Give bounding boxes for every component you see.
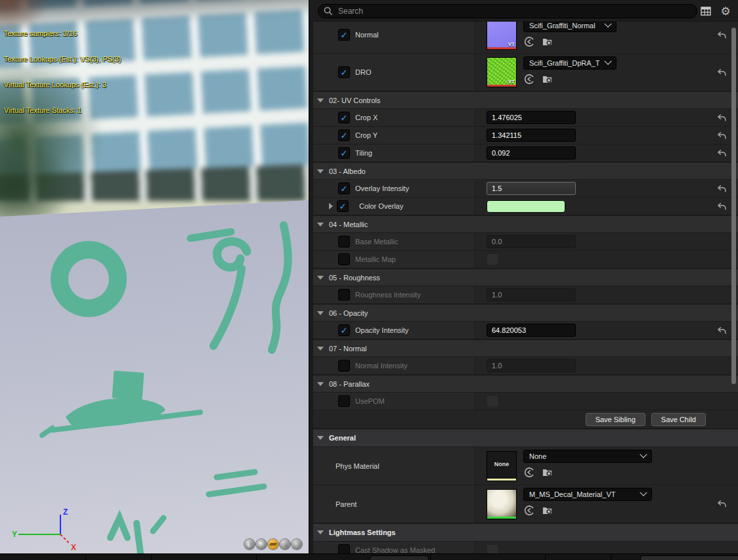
param-checkbox[interactable]: ✓ (338, 129, 350, 141)
use-selected-asset-button[interactable] (523, 466, 535, 478)
opacity-intensity-value-field[interactable]: 64.820053 (487, 324, 576, 337)
bottom-strip (0, 553, 738, 560)
usepom-value-checkbox[interactable] (487, 395, 498, 407)
section-06-opacity[interactable]: 06 - Opacity (309, 304, 738, 322)
section-07-normal[interactable]: 07 - Normal (309, 339, 738, 357)
asset-dropdown[interactable]: Scifi_Graffiti_Normal (523, 22, 617, 32)
browse-to-asset-button[interactable] (541, 35, 553, 47)
parent-asset-thumbnail[interactable] (487, 489, 517, 519)
reset-to-default-icon (717, 184, 727, 193)
graffiti-decal (0, 213, 309, 553)
preview-mesh-buttons (244, 539, 302, 549)
reset-button[interactable] (715, 29, 728, 41)
param-checkbox[interactable]: ✓ (338, 183, 350, 194)
overlay-intensity-value-field[interactable]: 1.5 (487, 182, 576, 195)
use-selected-asset-button[interactable] (523, 504, 535, 516)
param-checkbox[interactable]: ✓ (338, 29, 350, 41)
collapse-triangle-icon (317, 169, 324, 173)
reset-button[interactable] (715, 129, 728, 141)
browse-to-asset-icon (542, 36, 553, 47)
search-box[interactable] (318, 4, 697, 18)
param-checkbox[interactable] (338, 360, 350, 372)
row-color-overlay: ✓ Color Overlay (309, 198, 738, 215)
axis-gizmo: Z Y X (7, 507, 85, 551)
axis-z-label: Z (63, 507, 68, 517)
param-checkbox[interactable] (338, 395, 350, 407)
reset-button[interactable] (715, 112, 728, 123)
category-lightmass-settings[interactable]: Lightmass Settings (309, 523, 738, 542)
preview-mesh-plane-button[interactable] (268, 539, 278, 549)
crop-x-value-field[interactable]: 1.476025 (487, 111, 576, 124)
section-02-uv-controls[interactable]: 02- UV Controls (309, 91, 738, 109)
section-03-albedo[interactable]: 03 - Albedo (309, 162, 738, 180)
use-selected-asset-button[interactable] (523, 73, 535, 85)
section-04-metallic[interactable]: 04 - Metallic (309, 215, 738, 233)
reset-button[interactable] (715, 147, 728, 159)
search-input[interactable] (337, 6, 668, 16)
roughness-intensity-value-field[interactable]: 1.0 (487, 288, 576, 301)
category-general[interactable]: General (309, 429, 738, 447)
use-selected-asset-button[interactable] (523, 35, 535, 47)
normal-intensity-value-field[interactable]: 1.0 (487, 359, 576, 372)
asset-dropdown[interactable]: M_MS_Decal_Material_VT (523, 488, 652, 501)
row-base-metallic: Base Metallic 0.0 (309, 233, 738, 251)
settings-gear-icon[interactable]: ⚙ (719, 5, 732, 18)
metallic-map-value-checkbox[interactable] (487, 253, 498, 265)
use-selected-asset-icon (524, 467, 535, 478)
cast-shadow-as-masked-value-checkbox[interactable] (487, 544, 498, 553)
panel-scrollbar[interactable] (731, 28, 736, 384)
crop-y-value-field[interactable]: 1.342115 (487, 129, 576, 142)
param-checkbox[interactable]: ✓ (338, 147, 350, 159)
preview-mesh-teapot-button[interactable] (292, 539, 302, 549)
section-05-roughness[interactable]: 05 - Roughness (309, 269, 738, 286)
reset-to-default-icon (717, 131, 727, 140)
reset-to-default-icon (717, 68, 727, 77)
tiling-value-field[interactable]: 0.092 (487, 146, 576, 160)
row-tiling: ✓Tiling 0.092 (309, 144, 738, 162)
param-checkbox[interactable] (338, 236, 350, 248)
reset-button[interactable] (715, 66, 728, 78)
browse-to-asset-icon (542, 467, 553, 477)
preview-mesh-cylinder-button[interactable] (244, 539, 255, 549)
param-checkbox[interactable] (338, 544, 350, 553)
collapse-triangle-icon (317, 223, 324, 226)
param-checkbox[interactable]: ✓ (338, 324, 350, 336)
dro-asset-thumbnail[interactable]: VT (487, 57, 517, 87)
normal-asset-thumbnail[interactable]: VT (487, 22, 517, 50)
axis-x-label: X (71, 543, 76, 551)
preview-mesh-cube-button[interactable] (280, 539, 290, 549)
asset-dropdown[interactable]: None (523, 450, 652, 463)
preview-viewport[interactable]: Texture samplers: 3/16 Texture Lookups (… (0, 0, 309, 553)
material-instance-editor: { "viewport": { "stats_lines": [ "Textur… (0, 0, 738, 560)
reset-button[interactable] (715, 183, 728, 194)
reset-button[interactable] (715, 200, 728, 212)
preview-mesh-sphere-button[interactable] (256, 539, 267, 549)
teapot-icon (294, 542, 300, 546)
color-overlay-color-swatch[interactable] (487, 200, 565, 213)
reset-to-default-icon (717, 500, 727, 508)
row-overlay-intensity: ✓Overlay Intensity 1.5 (309, 180, 738, 198)
search-icon (324, 7, 333, 16)
param-checkbox[interactable]: ✓ (337, 200, 349, 212)
section-08-parallax[interactable]: 08 - Parallax (309, 375, 738, 393)
phys-asset-thumbnail[interactable]: None (487, 451, 517, 481)
save-sibling-button[interactable]: Save Sibling (586, 413, 645, 426)
browse-to-asset-button[interactable] (541, 466, 553, 478)
save-child-button[interactable]: Save Child (651, 413, 706, 426)
reset-button[interactable] (715, 324, 728, 336)
expand-triangle-icon[interactable] (329, 203, 333, 209)
display-filter-grid-icon[interactable] (699, 5, 712, 18)
param-checkbox[interactable] (338, 289, 350, 301)
param-checkbox[interactable] (338, 253, 350, 265)
asset-dropdown[interactable]: Scifi_Graffiti_DpRA_T (523, 56, 617, 70)
parameter-rows: ✓Normal VT Scifi_Graffiti_Normal ✓DRO VT… (309, 22, 738, 553)
collapse-triangle-icon (317, 382, 324, 386)
row-normal-intensity: Normal Intensity 1.0 (309, 357, 738, 375)
browse-to-asset-button[interactable] (541, 73, 553, 85)
param-checkbox[interactable]: ✓ (338, 66, 350, 78)
row-opacity-intensity: ✓Opacity Intensity 64.820053 (309, 322, 738, 339)
base-metallic-value-field[interactable]: 0.0 (487, 235, 576, 248)
browse-to-asset-button[interactable] (541, 504, 553, 516)
reset-button[interactable] (715, 498, 728, 510)
param-checkbox[interactable]: ✓ (338, 112, 350, 123)
